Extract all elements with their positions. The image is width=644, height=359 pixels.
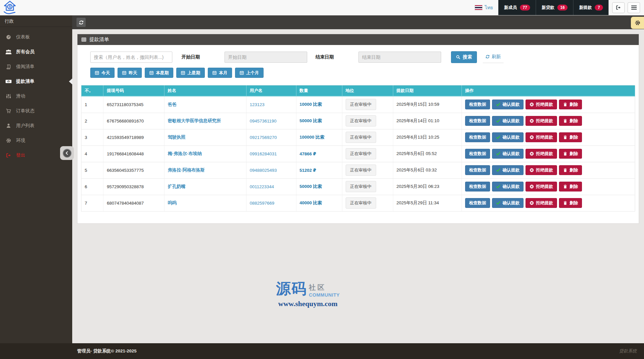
confirm-withdrawal-button[interactable]: 确认提款 [492, 116, 524, 126]
cart-icon [5, 108, 12, 114]
delete-button[interactable]: 删除 [559, 100, 582, 109]
topbar-nav-item[interactable]: 新成员 77 [498, 0, 536, 15]
sidebar-item[interactable]: 订单状态 [0, 103, 72, 118]
sidebar-item-label: 订单状态 [16, 108, 34, 114]
cell-no: 1 [81, 96, 103, 113]
refresh-link[interactable]: 刷新 [483, 52, 504, 63]
username-link[interactable]: 0882597669 [250, 201, 274, 206]
check-data-button[interactable]: 检查数据 [465, 149, 490, 159]
cell-date: 2025年5月29日 11:34 [393, 195, 462, 211]
table-header-row: 不。提现号码姓名用户名数量地位提款日期操作 [81, 85, 635, 97]
status-badge[interactable]: 正在审核中 [346, 181, 376, 192]
status-badge[interactable]: 正在审核中 [346, 99, 376, 110]
confirm-withdrawal-button[interactable]: 确认提款 [492, 132, 524, 142]
table-header-cell: 提款日期 [393, 85, 462, 97]
name-link[interactable]: 密歇根大学医学信息研究所 [168, 118, 221, 123]
language-switcher[interactable]: ไทย [469, 0, 498, 15]
check-data-button[interactable]: 检查数据 [465, 182, 490, 191]
start-date-input[interactable] [225, 52, 307, 63]
search-button[interactable]: 搜索 [451, 51, 477, 63]
sidebar-item-label: 借阅清单 [16, 64, 34, 70]
reject-withdrawal-button[interactable]: 拒绝提款 [526, 198, 557, 208]
username-link[interactable]: 0011223344 [250, 184, 274, 189]
cell-amount: 50000 比索 [300, 184, 322, 189]
strip-refresh-button[interactable] [76, 18, 86, 27]
delete-button[interactable]: 删除 [559, 198, 582, 208]
confirm-withdrawal-button[interactable]: 确认提款 [492, 149, 524, 159]
username-link[interactable]: 09217569270 [250, 135, 277, 140]
reject-withdrawal-button[interactable]: 拒绝提款 [526, 182, 557, 191]
delete-button[interactable]: 删除 [559, 182, 582, 191]
quick-date-button[interactable]: 今天 [90, 68, 115, 78]
nav-item-badge: 16 [557, 5, 568, 11]
topbar-nav-item[interactable]: 新贷款 16 [536, 0, 573, 15]
calendar-icon [149, 71, 154, 75]
logout-button[interactable] [612, 2, 625, 13]
username-link[interactable]: 09457361190 [250, 119, 277, 123]
topbar-nav-item[interactable]: 新提款 7 [573, 0, 609, 15]
sidebar-item[interactable]: 滑动 [0, 89, 72, 103]
control-sidebar-gear-button[interactable] [631, 17, 644, 29]
check-icon [496, 119, 501, 123]
username-link[interactable]: 09916284031 [250, 151, 277, 156]
reject-withdrawal-button[interactable]: 拒绝提款 [526, 165, 557, 175]
username-link[interactable]: 09488025493 [250, 168, 277, 173]
check-data-button[interactable]: 检查数据 [465, 165, 490, 175]
cell-withdrawal-code: 676756680891670 [103, 113, 164, 129]
cell-withdrawal-code: 680747840484087 [103, 195, 164, 211]
sidebar-item[interactable]: 所有会员 [0, 44, 72, 59]
menu-toggle-button[interactable] [628, 2, 640, 13]
confirm-withdrawal-button[interactable]: 确认提款 [492, 165, 524, 175]
sidebar-item[interactable]: 用户列表 [0, 118, 72, 133]
quick-date-button[interactable]: 本星期 [145, 68, 173, 78]
row-actions: 检查数据 确认提款 拒绝提款 [465, 149, 632, 159]
confirm-withdrawal-button[interactable]: 确认提款 [492, 182, 524, 191]
sidebar-collapse-button[interactable] [63, 149, 72, 158]
reject-withdrawal-button[interactable]: 拒绝提款 [526, 100, 557, 109]
name-link[interactable]: 驾驶执照 [168, 135, 185, 140]
name-link[interactable]: 弗洛拉·阿格布洛斯 [168, 168, 205, 172]
check-data-button[interactable]: 检查数据 [465, 116, 490, 126]
sidebar-item[interactable]: $ 提款清单 [0, 74, 72, 89]
status-badge[interactable]: 正在审核中 [346, 197, 376, 209]
name-link[interactable]: 爸爸 [168, 102, 177, 107]
reject-withdrawal-button[interactable]: 拒绝提款 [526, 132, 557, 142]
row-actions: 检查数据 确认提款 拒绝提款 [465, 132, 632, 142]
end-date-input[interactable] [358, 52, 441, 63]
confirm-withdrawal-button[interactable]: 确认提款 [492, 198, 524, 208]
sidebar-item[interactable]: 仪表板 [0, 30, 72, 44]
quick-date-button[interactable]: 昨天 [118, 68, 142, 78]
username-link[interactable]: 123123 [250, 102, 265, 107]
status-badge[interactable]: 正在审核中 [346, 148, 376, 159]
delete-button[interactable]: 删除 [559, 132, 582, 142]
reject-withdrawal-button[interactable]: 拒绝提款 [526, 149, 557, 159]
sidebar-item[interactable]: 借阅清单 [0, 59, 72, 74]
circle-x-icon [529, 184, 534, 189]
confirm-withdrawal-button[interactable]: 确认提款 [492, 100, 524, 109]
status-badge[interactable]: 正在审核中 [346, 115, 376, 126]
check-icon [496, 135, 501, 140]
circle-x-icon [529, 201, 534, 205]
status-badge[interactable]: 正在审核中 [346, 165, 376, 176]
check-data-button[interactable]: 检查数据 [465, 100, 490, 109]
sidebar-item[interactable]: 环境 [0, 133, 72, 148]
delete-button[interactable]: 删除 [559, 116, 582, 126]
delete-button[interactable]: 删除 [559, 149, 582, 159]
search-input[interactable] [90, 52, 172, 63]
quick-date-button[interactable]: 上星期 [176, 68, 205, 78]
delete-button[interactable]: 删除 [559, 165, 582, 175]
name-link[interactable]: 呜呜 [168, 200, 177, 205]
quick-date-button[interactable]: 上个月 [235, 68, 264, 78]
cell-no: 2 [81, 113, 103, 129]
check-data-button[interactable]: 检查数据 [465, 132, 490, 142]
name-link[interactable]: 扩孔奶嘴 [168, 184, 185, 189]
name-link[interactable]: 梅·弗洛尔·布埃纳 [168, 151, 202, 156]
check-data-button[interactable]: 检查数据 [465, 198, 490, 208]
quick-date-button[interactable]: 本月 [208, 68, 232, 78]
status-badge[interactable]: 正在审核中 [346, 132, 376, 143]
sliders-icon [5, 94, 12, 99]
reject-withdrawal-button[interactable]: 拒绝提款 [526, 116, 557, 126]
site-watermark: 源码 社区 COMMUNITY www.shequym.com [273, 281, 342, 308]
check-icon [496, 201, 501, 205]
app-logo[interactable]: $ [3, 0, 17, 15]
